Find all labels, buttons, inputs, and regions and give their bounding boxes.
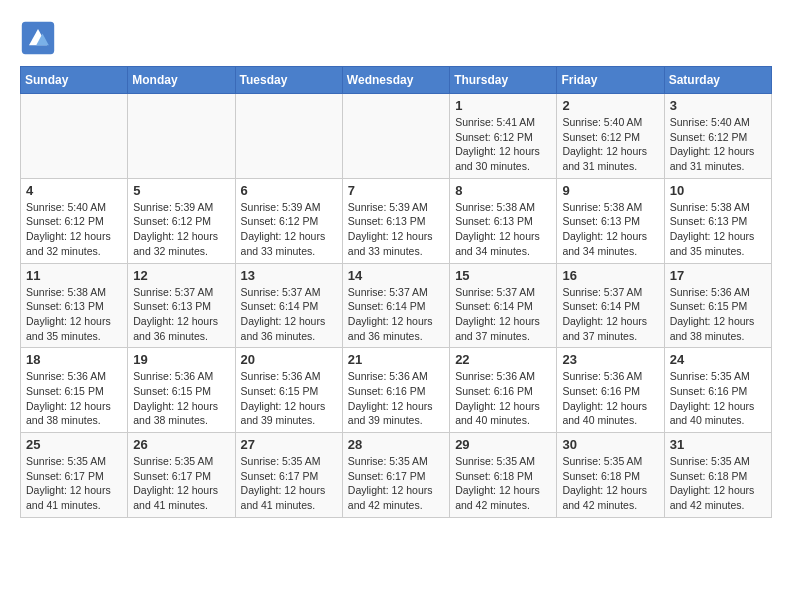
day-header-thursday: Thursday xyxy=(450,67,557,94)
day-number: 22 xyxy=(455,352,551,367)
day-cell-11: 11Sunrise: 5:38 AM Sunset: 6:13 PM Dayli… xyxy=(21,263,128,348)
day-number: 5 xyxy=(133,183,229,198)
day-number: 21 xyxy=(348,352,444,367)
day-info: Sunrise: 5:36 AM Sunset: 6:15 PM Dayligh… xyxy=(26,369,122,428)
day-cell-8: 8Sunrise: 5:38 AM Sunset: 6:13 PM Daylig… xyxy=(450,178,557,263)
day-cell-26: 26Sunrise: 5:35 AM Sunset: 6:17 PM Dayli… xyxy=(128,433,235,518)
day-number: 31 xyxy=(670,437,766,452)
day-cell-25: 25Sunrise: 5:35 AM Sunset: 6:17 PM Dayli… xyxy=(21,433,128,518)
day-info: Sunrise: 5:36 AM Sunset: 6:16 PM Dayligh… xyxy=(562,369,658,428)
empty-cell xyxy=(235,94,342,179)
day-cell-21: 21Sunrise: 5:36 AM Sunset: 6:16 PM Dayli… xyxy=(342,348,449,433)
day-info: Sunrise: 5:35 AM Sunset: 6:17 PM Dayligh… xyxy=(26,454,122,513)
day-header-monday: Monday xyxy=(128,67,235,94)
week-row-4: 18Sunrise: 5:36 AM Sunset: 6:15 PM Dayli… xyxy=(21,348,772,433)
day-cell-2: 2Sunrise: 5:40 AM Sunset: 6:12 PM Daylig… xyxy=(557,94,664,179)
day-info: Sunrise: 5:35 AM Sunset: 6:18 PM Dayligh… xyxy=(562,454,658,513)
day-info: Sunrise: 5:37 AM Sunset: 6:14 PM Dayligh… xyxy=(241,285,337,344)
day-cell-3: 3Sunrise: 5:40 AM Sunset: 6:12 PM Daylig… xyxy=(664,94,771,179)
day-cell-10: 10Sunrise: 5:38 AM Sunset: 6:13 PM Dayli… xyxy=(664,178,771,263)
day-info: Sunrise: 5:39 AM Sunset: 6:12 PM Dayligh… xyxy=(241,200,337,259)
day-number: 26 xyxy=(133,437,229,452)
day-info: Sunrise: 5:35 AM Sunset: 6:17 PM Dayligh… xyxy=(133,454,229,513)
day-cell-22: 22Sunrise: 5:36 AM Sunset: 6:16 PM Dayli… xyxy=(450,348,557,433)
day-info: Sunrise: 5:38 AM Sunset: 6:13 PM Dayligh… xyxy=(670,200,766,259)
logo xyxy=(20,20,62,56)
week-row-3: 11Sunrise: 5:38 AM Sunset: 6:13 PM Dayli… xyxy=(21,263,772,348)
day-header-saturday: Saturday xyxy=(664,67,771,94)
header-row: SundayMondayTuesdayWednesdayThursdayFrid… xyxy=(21,67,772,94)
day-header-tuesday: Tuesday xyxy=(235,67,342,94)
day-number: 30 xyxy=(562,437,658,452)
day-info: Sunrise: 5:36 AM Sunset: 6:16 PM Dayligh… xyxy=(455,369,551,428)
day-cell-6: 6Sunrise: 5:39 AM Sunset: 6:12 PM Daylig… xyxy=(235,178,342,263)
day-info: Sunrise: 5:35 AM Sunset: 6:18 PM Dayligh… xyxy=(455,454,551,513)
day-number: 28 xyxy=(348,437,444,452)
day-cell-20: 20Sunrise: 5:36 AM Sunset: 6:15 PM Dayli… xyxy=(235,348,342,433)
day-cell-23: 23Sunrise: 5:36 AM Sunset: 6:16 PM Dayli… xyxy=(557,348,664,433)
day-number: 10 xyxy=(670,183,766,198)
day-cell-31: 31Sunrise: 5:35 AM Sunset: 6:18 PM Dayli… xyxy=(664,433,771,518)
day-cell-14: 14Sunrise: 5:37 AM Sunset: 6:14 PM Dayli… xyxy=(342,263,449,348)
day-cell-1: 1Sunrise: 5:41 AM Sunset: 6:12 PM Daylig… xyxy=(450,94,557,179)
day-cell-16: 16Sunrise: 5:37 AM Sunset: 6:14 PM Dayli… xyxy=(557,263,664,348)
day-cell-7: 7Sunrise: 5:39 AM Sunset: 6:13 PM Daylig… xyxy=(342,178,449,263)
day-header-friday: Friday xyxy=(557,67,664,94)
day-number: 7 xyxy=(348,183,444,198)
day-cell-13: 13Sunrise: 5:37 AM Sunset: 6:14 PM Dayli… xyxy=(235,263,342,348)
day-info: Sunrise: 5:35 AM Sunset: 6:17 PM Dayligh… xyxy=(241,454,337,513)
day-info: Sunrise: 5:40 AM Sunset: 6:12 PM Dayligh… xyxy=(670,115,766,174)
day-info: Sunrise: 5:38 AM Sunset: 6:13 PM Dayligh… xyxy=(455,200,551,259)
day-number: 6 xyxy=(241,183,337,198)
day-number: 24 xyxy=(670,352,766,367)
logo-icon xyxy=(20,20,56,56)
day-info: Sunrise: 5:38 AM Sunset: 6:13 PM Dayligh… xyxy=(26,285,122,344)
day-cell-4: 4Sunrise: 5:40 AM Sunset: 6:12 PM Daylig… xyxy=(21,178,128,263)
day-cell-5: 5Sunrise: 5:39 AM Sunset: 6:12 PM Daylig… xyxy=(128,178,235,263)
day-info: Sunrise: 5:37 AM Sunset: 6:14 PM Dayligh… xyxy=(348,285,444,344)
day-info: Sunrise: 5:38 AM Sunset: 6:13 PM Dayligh… xyxy=(562,200,658,259)
day-info: Sunrise: 5:37 AM Sunset: 6:14 PM Dayligh… xyxy=(562,285,658,344)
week-row-2: 4Sunrise: 5:40 AM Sunset: 6:12 PM Daylig… xyxy=(21,178,772,263)
day-number: 18 xyxy=(26,352,122,367)
day-number: 15 xyxy=(455,268,551,283)
day-info: Sunrise: 5:40 AM Sunset: 6:12 PM Dayligh… xyxy=(562,115,658,174)
day-info: Sunrise: 5:39 AM Sunset: 6:13 PM Dayligh… xyxy=(348,200,444,259)
empty-cell xyxy=(128,94,235,179)
day-info: Sunrise: 5:36 AM Sunset: 6:15 PM Dayligh… xyxy=(670,285,766,344)
day-cell-30: 30Sunrise: 5:35 AM Sunset: 6:18 PM Dayli… xyxy=(557,433,664,518)
day-number: 14 xyxy=(348,268,444,283)
page-header xyxy=(20,20,772,56)
day-number: 11 xyxy=(26,268,122,283)
day-cell-18: 18Sunrise: 5:36 AM Sunset: 6:15 PM Dayli… xyxy=(21,348,128,433)
day-info: Sunrise: 5:36 AM Sunset: 6:15 PM Dayligh… xyxy=(241,369,337,428)
week-row-5: 25Sunrise: 5:35 AM Sunset: 6:17 PM Dayli… xyxy=(21,433,772,518)
day-number: 16 xyxy=(562,268,658,283)
day-cell-19: 19Sunrise: 5:36 AM Sunset: 6:15 PM Dayli… xyxy=(128,348,235,433)
day-info: Sunrise: 5:35 AM Sunset: 6:16 PM Dayligh… xyxy=(670,369,766,428)
day-number: 27 xyxy=(241,437,337,452)
day-cell-29: 29Sunrise: 5:35 AM Sunset: 6:18 PM Dayli… xyxy=(450,433,557,518)
calendar-table: SundayMondayTuesdayWednesdayThursdayFrid… xyxy=(20,66,772,518)
day-number: 25 xyxy=(26,437,122,452)
day-cell-27: 27Sunrise: 5:35 AM Sunset: 6:17 PM Dayli… xyxy=(235,433,342,518)
day-cell-12: 12Sunrise: 5:37 AM Sunset: 6:13 PM Dayli… xyxy=(128,263,235,348)
day-info: Sunrise: 5:35 AM Sunset: 6:17 PM Dayligh… xyxy=(348,454,444,513)
day-cell-17: 17Sunrise: 5:36 AM Sunset: 6:15 PM Dayli… xyxy=(664,263,771,348)
day-number: 13 xyxy=(241,268,337,283)
day-number: 2 xyxy=(562,98,658,113)
day-number: 9 xyxy=(562,183,658,198)
day-number: 20 xyxy=(241,352,337,367)
day-header-sunday: Sunday xyxy=(21,67,128,94)
day-cell-15: 15Sunrise: 5:37 AM Sunset: 6:14 PM Dayli… xyxy=(450,263,557,348)
day-info: Sunrise: 5:36 AM Sunset: 6:16 PM Dayligh… xyxy=(348,369,444,428)
day-cell-28: 28Sunrise: 5:35 AM Sunset: 6:17 PM Dayli… xyxy=(342,433,449,518)
day-number: 3 xyxy=(670,98,766,113)
day-number: 12 xyxy=(133,268,229,283)
day-number: 4 xyxy=(26,183,122,198)
day-number: 1 xyxy=(455,98,551,113)
day-info: Sunrise: 5:39 AM Sunset: 6:12 PM Dayligh… xyxy=(133,200,229,259)
day-info: Sunrise: 5:37 AM Sunset: 6:13 PM Dayligh… xyxy=(133,285,229,344)
day-number: 8 xyxy=(455,183,551,198)
day-info: Sunrise: 5:37 AM Sunset: 6:14 PM Dayligh… xyxy=(455,285,551,344)
